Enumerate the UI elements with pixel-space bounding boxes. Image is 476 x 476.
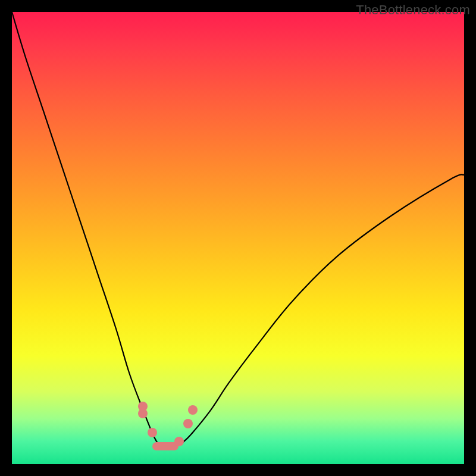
trough-marker-layer (12, 12, 464, 464)
trough-dot-marker (183, 419, 193, 428)
trough-dot-marker (188, 405, 198, 415)
plot-frame (12, 12, 464, 464)
watermark-text: TheBottleneck.com (356, 2, 470, 18)
trough-dot-marker (138, 409, 148, 418)
chart-stage: TheBottleneck.com (0, 0, 476, 476)
trough-dot-marker (148, 428, 157, 437)
trough-dot-marker (174, 437, 184, 446)
